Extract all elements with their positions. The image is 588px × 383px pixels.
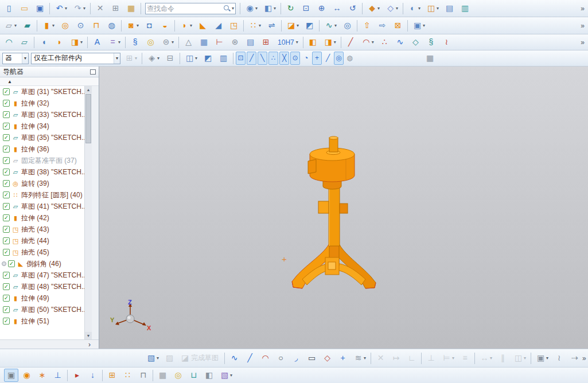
unite-button[interactable]: ◙▾ xyxy=(124,19,141,32)
scroll-up-icon[interactable]: ▲ xyxy=(85,86,92,93)
spreadsheet-button[interactable]: ▦ xyxy=(197,36,211,49)
redo-button[interactable]: ↷▾ xyxy=(71,2,88,15)
tree-item[interactable]: ✓▮拉伸 (42) xyxy=(0,212,92,224)
tree-item[interactable]: ✓▮拉伸 (49) xyxy=(0,292,92,304)
snap-control-point-button[interactable]: ∴ xyxy=(268,52,278,65)
search-dropdown-icon[interactable]: ▾ xyxy=(232,6,234,11)
feature-label[interactable]: 倒斜角 (46) xyxy=(26,259,61,269)
open-button[interactable]: ▭ xyxy=(17,2,32,15)
bend-sheet-button[interactable]: ◖ xyxy=(37,36,51,49)
feature-checkbox[interactable]: ✓ xyxy=(3,123,10,130)
assembly-constraints-button[interactable]: ◨▾ xyxy=(321,36,338,49)
view-triad[interactable]: Z X Y xyxy=(110,299,154,334)
row2-overflow[interactable]: » xyxy=(581,22,585,30)
cube-tool-button[interactable]: ◧ xyxy=(202,369,216,382)
gear-pair-button[interactable]: ⊛ xyxy=(228,36,242,49)
trim-body-button-arrow-icon[interactable]: ▾ xyxy=(297,23,299,28)
sketch-button[interactable]: ▰ xyxy=(20,19,34,32)
feature-label[interactable]: 抽壳 (45) xyxy=(21,248,49,257)
feature-checkbox[interactable]: ✓ xyxy=(3,283,10,290)
through-curves-button[interactable]: ◠ xyxy=(2,36,16,49)
point-set-button[interactable]: ∴ xyxy=(377,36,392,49)
sketch-task-button[interactable]: ▧▾ xyxy=(144,351,161,365)
tube-button[interactable]: ◎ xyxy=(340,19,355,32)
feature-checkbox[interactable]: ✓ xyxy=(3,180,10,187)
undo-button-arrow-icon[interactable]: ▾ xyxy=(65,6,67,11)
point-dialog-button[interactable]: ▦ xyxy=(423,52,437,65)
face-rule-button[interactable]: ◩ xyxy=(201,52,215,65)
feature-label[interactable]: 草图 (33) "SKETCH... xyxy=(21,110,87,120)
feature-label[interactable]: 拉伸 (49) xyxy=(21,294,49,303)
touch-panel-button[interactable]: ▣ xyxy=(4,369,18,382)
measure-button[interactable]: △ xyxy=(181,36,196,49)
feature-checkbox[interactable]: ✓ xyxy=(3,192,10,198)
add-component-button[interactable]: ◧ xyxy=(306,36,320,49)
snap-quadrant-button[interactable]: ◔ xyxy=(301,52,311,65)
shaded-display-button[interactable]: ◆▾ xyxy=(365,2,382,15)
window-button-arrow-icon[interactable]: ▾ xyxy=(274,6,276,11)
selection-scope-combo-arrow-icon[interactable]: ▾ xyxy=(114,53,120,64)
block-tool-button[interactable]: ▦ xyxy=(155,369,170,382)
move-face-button[interactable]: ⇨ xyxy=(375,19,390,32)
tree-item[interactable]: ✓▱草图 (35) "SKETCH... xyxy=(0,132,92,143)
tolerance-button-arrow-icon[interactable]: ▾ xyxy=(296,40,298,45)
tree-item[interactable]: ✓∷阵列特征 [圆形] (40) xyxy=(0,189,92,201)
feature-checkbox[interactable]: ✓ xyxy=(3,214,10,221)
constraint-settings-button-arrow-icon[interactable]: ▾ xyxy=(524,355,526,361)
command-search-input[interactable] xyxy=(147,5,223,13)
show-hide-button-arrow-icon[interactable]: ▾ xyxy=(418,6,420,11)
pattern-feature-button[interactable]: ∷▾ xyxy=(246,19,263,32)
feature-label[interactable]: 草图 (48) "SKETCH... xyxy=(21,282,87,292)
expression-button-arrow-icon[interactable]: ▾ xyxy=(118,40,120,45)
graphics-viewport[interactable]: + Z X Y xyxy=(99,67,588,349)
sketchbar-overflow[interactable]: » xyxy=(582,354,586,362)
expand-panel-icon[interactable]: › xyxy=(88,341,91,349)
offset-face-button[interactable]: ⇧ xyxy=(360,19,374,32)
flange-button[interactable]: ◗ xyxy=(52,36,67,49)
slot-tool-button[interactable]: ⊔ xyxy=(186,369,201,382)
point-constructor-button[interactable]: ∗ xyxy=(35,369,49,382)
more-tools-button-arrow-icon[interactable]: ▾ xyxy=(230,373,232,378)
feature-checkbox[interactable]: ✓ xyxy=(8,260,15,267)
tree-item[interactable]: ✓▱草图 (31) "SKETCH... xyxy=(0,86,92,97)
tree-item[interactable]: ✓▮拉伸 (51) xyxy=(0,315,92,327)
offset-curve-button-arrow-icon[interactable]: ▾ xyxy=(364,355,366,361)
refresh-view-button[interactable]: ↻ xyxy=(283,2,298,15)
hole-button[interactable]: ⊙ xyxy=(73,19,88,32)
text-button[interactable]: A xyxy=(90,36,104,49)
enable-snap-point-button[interactable]: ⊡ xyxy=(236,52,246,65)
pan-view-button[interactable]: ↔ xyxy=(330,2,344,15)
row1-overflow[interactable]: » xyxy=(581,5,585,13)
feature-label[interactable]: 草图 (41) "SKETCH... xyxy=(21,202,87,212)
top-level-selection-button[interactable]: ◫▾ xyxy=(182,52,200,65)
studio-spline-button[interactable]: ∿ xyxy=(393,36,407,49)
swept-button[interactable]: ∿▾ xyxy=(322,19,339,32)
tree-item[interactable]: ✓▱草图 (50) "SKETCH... xyxy=(0,304,92,315)
fillet-button[interactable]: ◞ xyxy=(289,351,303,365)
feature-control-frame-button[interactable]: ⊞ xyxy=(259,36,273,49)
helix-button[interactable]: § xyxy=(424,36,438,49)
edit-object-display-button[interactable]: ↓ xyxy=(85,369,100,382)
tree-item[interactable]: ✓▱草图 (48) "SKETCH... xyxy=(0,281,92,292)
feature-label[interactable]: 抽壳 (43) xyxy=(21,225,49,235)
clamp-tool-button[interactable]: ⊓ xyxy=(136,369,150,382)
float-panel-icon[interactable] xyxy=(90,69,96,75)
feature-checkbox[interactable]: ✓ xyxy=(3,295,10,302)
true-shading-button[interactable]: ▥ xyxy=(458,2,472,15)
rotate-view-button[interactable]: ↺ xyxy=(345,2,360,15)
view-section-button-arrow-icon[interactable]: ▾ xyxy=(437,6,439,11)
coil-button[interactable]: ◎ xyxy=(143,36,158,49)
window-button[interactable]: ◧▾ xyxy=(261,2,278,15)
thread-button-arrow-icon[interactable]: ▾ xyxy=(172,40,174,45)
line-button[interactable]: ╱ xyxy=(243,351,257,365)
select-all-button-arrow-icon[interactable]: ▾ xyxy=(135,56,137,61)
convert-reference-button[interactable]: ⇢ xyxy=(567,351,582,365)
feature-checkbox[interactable]: ✓ xyxy=(3,146,10,153)
arc-curve-button[interactable]: ◠▾ xyxy=(359,36,376,49)
type-filter-combo[interactable]: 器▾ xyxy=(2,53,29,64)
sketch-tools-button[interactable]: ▣▾ xyxy=(534,351,551,365)
edge-blend-button[interactable]: ◗▾ xyxy=(177,19,194,32)
redo-button-arrow-icon[interactable]: ▾ xyxy=(83,6,85,11)
arc-curve-button-arrow-icon[interactable]: ▾ xyxy=(372,40,374,45)
highlight-selection-button-arrow-icon[interactable]: ▾ xyxy=(157,56,159,61)
